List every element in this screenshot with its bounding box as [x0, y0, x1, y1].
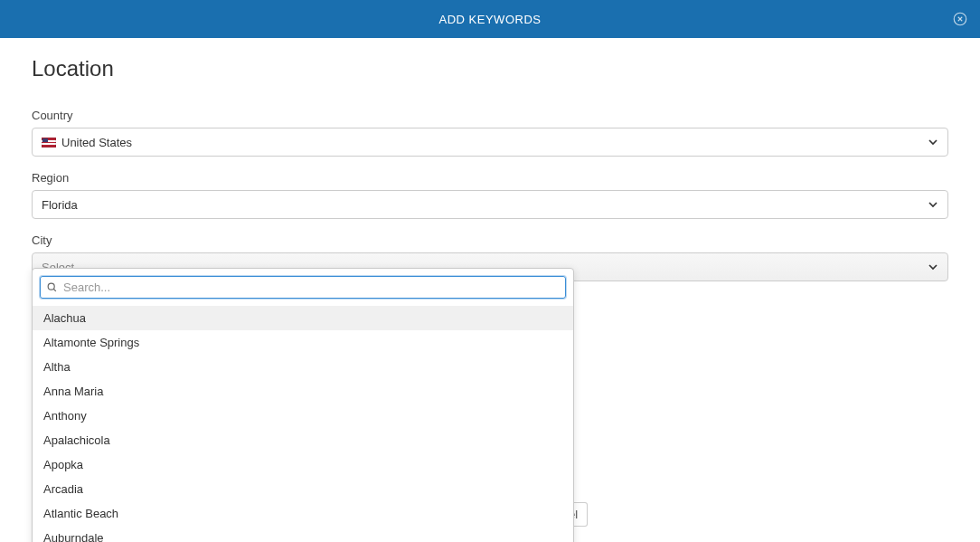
- modal-title: ADD KEYWORDS: [439, 13, 542, 26]
- country-label: Country: [32, 109, 948, 122]
- city-option[interactable]: Apopka: [33, 452, 573, 477]
- search-wrap: [33, 269, 573, 306]
- search-input[interactable]: [63, 281, 560, 294]
- search-icon: [46, 281, 58, 293]
- city-option[interactable]: Atlantic Beach: [33, 501, 573, 526]
- region-field-group: Region Florida: [32, 171, 948, 219]
- region-value: Florida: [42, 198, 78, 212]
- country-select[interactable]: United States: [32, 128, 948, 157]
- us-flag-icon: [42, 138, 56, 147]
- city-option[interactable]: Anna Maria: [33, 379, 573, 404]
- chevron-down-icon: [926, 260, 940, 274]
- city-option[interactable]: Apalachicola: [33, 428, 573, 452]
- city-option[interactable]: Auburndale: [33, 526, 573, 542]
- close-icon: [952, 11, 968, 27]
- modal-header: ADD KEYWORDS: [0, 0, 980, 38]
- country-field-group: Country United States: [32, 109, 948, 157]
- chevron-down-icon: [926, 135, 940, 149]
- region-select[interactable]: Florida: [32, 190, 948, 219]
- svg-point-3: [48, 283, 54, 290]
- chevron-down-icon: [926, 197, 940, 212]
- city-option[interactable]: Arcadia: [33, 477, 573, 501]
- country-value: United States: [61, 136, 132, 149]
- city-options-list: Alachua Altamonte Springs Altha Anna Mar…: [33, 306, 573, 542]
- close-button[interactable]: [951, 10, 969, 28]
- city-dropdown-panel: Alachua Altamonte Springs Altha Anna Mar…: [32, 268, 574, 542]
- section-title: Location: [32, 56, 948, 81]
- city-option[interactable]: Altamonte Springs: [33, 330, 573, 355]
- city-option[interactable]: Anthony: [33, 404, 573, 428]
- city-option[interactable]: Altha: [33, 355, 573, 379]
- search-box: [40, 276, 566, 299]
- region-label: Region: [32, 171, 948, 185]
- city-option[interactable]: Alachua: [33, 306, 573, 330]
- svg-line-4: [53, 289, 56, 291]
- city-label: City: [32, 233, 948, 247]
